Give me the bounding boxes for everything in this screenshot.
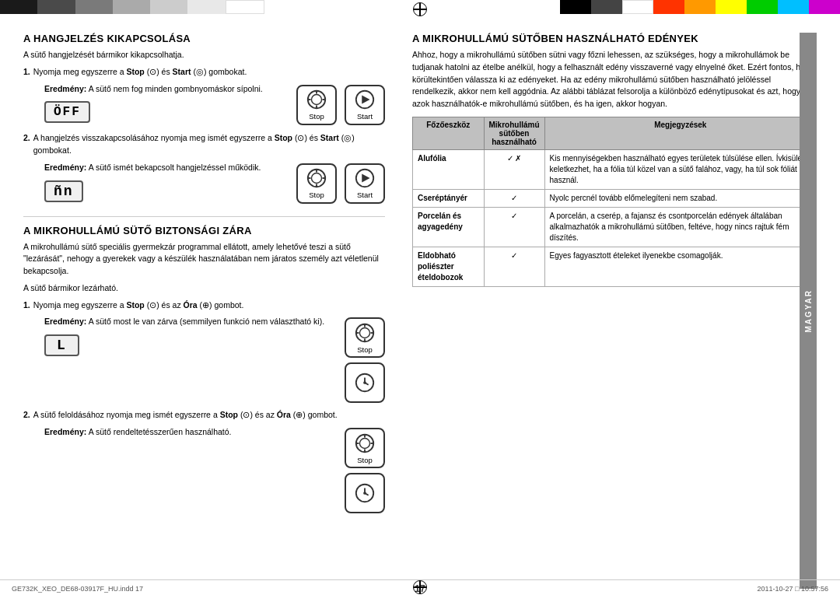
svg-point-35 — [363, 492, 366, 495]
color-bar-midgray — [113, 0, 150, 14]
table-header-eszköz: Főzőeszköz — [413, 117, 485, 149]
section2-heading: A MIKROHULLÁMÚ SÜTŐ BIZTONSÁGI ZÁRA — [23, 225, 385, 236]
start-label-2: Start — [357, 191, 373, 199]
color-bar-r-green — [747, 0, 778, 14]
table-row-poliezter: Eldobható poliészterételdobozok ✓ Egyes … — [413, 247, 817, 286]
stop-button-1[interactable]: Stop — [296, 85, 337, 125]
svg-marker-7 — [362, 95, 369, 103]
step2-result-label: Eredmény: — [44, 163, 86, 172]
lock-step1-result-label: Eredmény: — [44, 317, 86, 326]
table-header-notes: Megjegyzések — [544, 117, 816, 149]
right-section-heading: A MIKROHULLÁMÚ SÜTŐBEN HASZNÁLHATÓ EDÉNY… — [412, 33, 817, 44]
color-bar-darkgray — [37, 0, 75, 14]
svg-point-1 — [311, 94, 321, 104]
lock-step2-result-text: A sütő rendeltetésszerűen használható. — [89, 427, 232, 436]
stop-button-lock1[interactable]: Stop — [345, 317, 385, 358]
display-off: ÖFF — [44, 101, 90, 123]
svg-marker-15 — [362, 174, 369, 183]
start-button-2[interactable]: Start — [345, 163, 385, 204]
edeny-table: Főzőeszköz Mikrohullámúsütőbenhasználhat… — [412, 117, 817, 287]
start-label-1: Start — [357, 112, 373, 121]
check-poliezter: ✓ — [484, 247, 544, 286]
step2-num: 2. — [23, 133, 30, 142]
note-poliezter: Egyes fagyasztott ételeket ilyenekbe cso… — [544, 247, 816, 286]
step2-result-text: A sütő ismét bekapcsolt hangjelzéssel mű… — [89, 163, 261, 172]
side-tab: MAGYAR — [800, 33, 817, 589]
lock-step2-result: Eredmény: A sütő rendeltetésszerűen hasz… — [44, 426, 333, 439]
step1-result: Eredmény: A sütő nem fog minden gombnyom… — [44, 83, 285, 96]
stop-label-lock1: Stop — [357, 345, 373, 354]
color-bar-r-magenta — [809, 0, 840, 14]
color-bar-black — [0, 0, 37, 14]
check-csereptanyer: ✓ — [484, 189, 544, 207]
color-bar-r-darkgray — [591, 0, 622, 14]
display-lock: L — [44, 334, 79, 356]
lock-step2-item: 2. A sütő feloldásához nyomja meg ismét … — [23, 409, 385, 422]
lock-step1-item: 1. Nyomja meg egyszerre a Stop (⊙) és az… — [23, 299, 385, 312]
section1-intro: A sütő hangjelzését bármikor kikapcsolha… — [23, 49, 385, 61]
color-bar-r-white — [622, 0, 653, 14]
color-bar-r-yellow — [716, 0, 747, 14]
step1-text: Nyomja meg egyszerre a Stop (⊙) és Start… — [33, 66, 385, 79]
step2-buttons: Stop Start — [296, 163, 385, 204]
color-bar-gray — [75, 0, 113, 14]
lock-step1-result: Eredmény: A sütő most le van zárva (semm… — [44, 316, 333, 328]
lock-step2-num: 2. — [23, 410, 30, 419]
section2-intro2: A sütő bármikor lezárható. — [23, 282, 385, 295]
lock-step2-button: Stop — [345, 428, 385, 513]
reg-mark-bottom-center — [412, 579, 428, 597]
table-row-alufolia: Alufólia ✓ ✗ Kis mennyiségekben használh… — [413, 149, 817, 189]
step1-item: 1. Nyomja meg egyszerre a Stop (⊙) és St… — [23, 66, 385, 79]
display-on: ñn — [44, 180, 83, 202]
lock-step1-num: 1. — [23, 300, 30, 310]
footer-right: 2011-10-27 □ 10:57:56 — [757, 585, 828, 593]
lock-step2-result-label: Eredmény: — [44, 427, 86, 436]
step1-num: 1. — [23, 67, 30, 76]
stop-label-2: Stop — [309, 191, 324, 199]
table-header-mikro: Mikrohullámúsütőbenhasználható — [484, 117, 544, 149]
color-bar-r-cyan — [778, 0, 809, 14]
food-csereptanyer: Cseréptányér — [413, 189, 485, 207]
stop-label-1: Stop — [309, 112, 324, 121]
svg-point-9 — [311, 173, 321, 184]
note-alufolia: Kis mennyiségekben használható egyes ter… — [544, 149, 816, 189]
food-alufolia: Alufólia — [413, 149, 485, 189]
right-intro: Ahhoz, hogy a mikrohullámú sütőben sütni… — [412, 49, 817, 110]
note-porcelan: A porcelán, a cserép, a fajansz és csont… — [544, 207, 816, 247]
note-csereptanyer: Nyolc percnél tovább előmelegíteni nem s… — [544, 189, 816, 207]
start-button-1[interactable]: Start — [345, 85, 385, 125]
clock-button-lock2[interactable] — [345, 473, 385, 513]
lock-step2-text: A sütő feloldásához nyomja meg ismét egy… — [33, 409, 385, 422]
step1-result-text: A sütő nem fog minden gombnyomáskor sípo… — [89, 84, 263, 93]
color-bar-r-black — [560, 0, 591, 14]
step1-buttons: Stop Start — [296, 85, 385, 125]
lock-step1-result-text: A sütő most le van zárva (semmilyen funk… — [89, 317, 324, 326]
section1-heading: A HANGJELZÉS KIKAPCSOLÁSA — [23, 33, 385, 44]
step2-text: A hangjelzés visszakapcsolásához nyomja … — [33, 132, 385, 157]
stop-button-2[interactable]: Stop — [296, 163, 337, 204]
check-alufolia: ✓ ✗ — [484, 149, 544, 189]
lock-step1-button: Stop — [345, 317, 385, 403]
food-poliezter: Eldobható poliészterételdobozok — [413, 247, 485, 286]
sep1 — [23, 216, 385, 217]
food-porcelan: Porcelán ésagyagedény — [413, 207, 485, 247]
clock-button-lock1[interactable] — [345, 362, 385, 403]
reg-mark-top-center — [412, 2, 428, 19]
color-bar-verylightgray — [187, 0, 225, 14]
stop-button-lock2[interactable]: Stop — [345, 428, 385, 468]
table-row-csereptanyer: Cseréptányér ✓ Nyolc percnél tovább előm… — [413, 189, 817, 207]
color-bar-white — [226, 0, 264, 14]
step2-item: 2. A hangjelzés visszakapcsolásához nyom… — [23, 132, 385, 157]
check-porcelan: ✓ — [484, 207, 544, 247]
svg-point-17 — [359, 327, 369, 338]
step1-result-label: Eredmény: — [44, 84, 86, 93]
content-area: A HANGJELZÉS KIKAPCSOLÁSA A sütő hangjel… — [0, 17, 840, 597]
svg-point-25 — [363, 381, 366, 384]
lock-step1-text: Nyomja meg egyszerre a Stop (⊙) és az Ór… — [33, 299, 385, 312]
stop-label-lock2: Stop — [357, 456, 373, 464]
color-bar-r-red — [653, 0, 684, 14]
footer-left: GE732K_XEO_DE68-03917F_HU.indd 17 — [12, 585, 143, 593]
section2-intro: A mikrohullámú sütő speciális gyermekzár… — [23, 241, 385, 278]
table-row-porcelan: Porcelán ésagyagedény ✓ A porcelán, a cs… — [413, 207, 817, 247]
main-content: A HANGJELZÉS KIKAPCSOLÁSA A sütő hangjel… — [0, 17, 840, 597]
